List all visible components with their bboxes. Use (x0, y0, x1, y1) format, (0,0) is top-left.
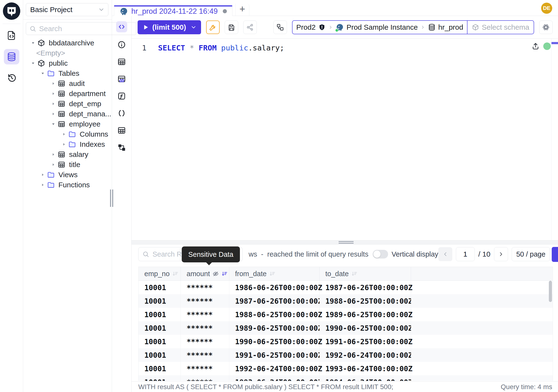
sql-editor[interactable]: 1 SELECT * FROM public.salary; (131, 39, 558, 240)
table-cell[interactable]: 1989-06-25T00:00:00Z (320, 308, 411, 321)
table-cell[interactable]: 1993-06-24T00:00:00Z (320, 362, 411, 375)
connection-panel-button[interactable] (273, 20, 287, 34)
tree-item-views[interactable]: Views (23, 170, 112, 180)
column-header-to-date[interactable]: to_date (320, 267, 411, 281)
code-panel-button[interactable] (116, 21, 127, 32)
column-header-amount[interactable]: amount (181, 267, 229, 281)
tree-item-employee[interactable]: employee (23, 119, 112, 129)
functions-panel-button[interactable] (117, 91, 126, 101)
tree-item-salary[interactable]: salary (23, 149, 112, 160)
table-cell[interactable]: 10001 (139, 281, 181, 294)
table-cell[interactable]: 10001 (139, 335, 181, 348)
table-cell[interactable]: ****** (181, 294, 229, 308)
external-tables-panel-button[interactable] (117, 125, 126, 135)
table-cell[interactable]: 1991-06-25T00:00:00Z (229, 348, 320, 362)
info-panel-button[interactable] (117, 40, 126, 50)
caret-right-icon[interactable] (39, 183, 47, 187)
table-cell[interactable]: ****** (181, 281, 229, 294)
worksheet-nav-button[interactable] (4, 28, 19, 43)
tree-item-title[interactable]: title (23, 160, 112, 170)
caret-right-icon[interactable] (49, 112, 57, 116)
ai-assistant-button[interactable] (539, 20, 553, 34)
sort-icon[interactable] (269, 270, 276, 277)
vertical-display-toggle[interactable] (373, 250, 388, 259)
save-sheet-button[interactable] (225, 20, 238, 34)
tree-item-bbdataarchive[interactable]: bbdataarchive (23, 38, 112, 48)
caret-right-icon[interactable] (49, 102, 57, 106)
results-action-button[interactable] (552, 247, 558, 262)
table-cell[interactable]: 1990-06-25T00:00:00Z (320, 321, 411, 335)
new-tab-button[interactable]: + (235, 4, 249, 16)
next-page-button[interactable] (494, 247, 508, 261)
tree-item-functions[interactable]: Functions (23, 180, 112, 190)
table-cell[interactable]: ****** (181, 308, 229, 321)
table-cell[interactable]: 10001 (139, 294, 181, 308)
sensitive-tables-panel-button[interactable] (117, 74, 126, 84)
bytebase-logo-icon[interactable] (3, 2, 20, 20)
table-cell[interactable]: 1987-06-26T00:00:00Z (229, 294, 320, 308)
table-cell[interactable]: 1986-06-26T00:00:00Z (229, 281, 320, 294)
table-cell[interactable]: ****** (181, 335, 229, 348)
sort-icon[interactable] (221, 270, 228, 277)
caret-down-icon[interactable] (49, 122, 57, 126)
caret-right-icon[interactable] (39, 173, 47, 177)
caret-right-icon[interactable] (60, 142, 68, 147)
tree-item-department[interactable]: department (23, 89, 112, 99)
run-query-button[interactable]: (limit 500) (138, 20, 201, 34)
tab-hr-prod[interactable]: hr_prod 2024-11-22 16:49 (114, 5, 232, 16)
schema-diagram-button[interactable] (117, 143, 126, 152)
sidebar-resize-handle[interactable] (110, 190, 113, 207)
table-cell[interactable]: 1994-06-24T00:00:00Z (320, 375, 411, 381)
tree-item-dept-mana[interactable]: dept_mana... (23, 109, 112, 119)
table-cell[interactable]: 10001 (139, 308, 181, 321)
table-cell[interactable]: 10001 (139, 348, 181, 362)
upload-icon[interactable] (532, 42, 540, 50)
caret-right-icon[interactable] (49, 81, 57, 86)
table-cell[interactable]: ****** (181, 321, 229, 335)
table-scrollbar[interactable] (549, 281, 552, 302)
table-cell[interactable]: 1993-06-24T00:00:00Z (229, 375, 320, 381)
tree-item-columns[interactable]: Columns (23, 129, 112, 139)
caret-right-icon[interactable] (49, 152, 57, 157)
table-cell[interactable]: ****** (181, 362, 229, 375)
caret-down-icon[interactable] (39, 71, 47, 76)
previous-page-button[interactable] (438, 247, 452, 261)
table-cell[interactable]: 10001 (139, 362, 181, 375)
table-cell[interactable]: 10001 (139, 375, 181, 381)
caret-right-icon[interactable] (49, 162, 57, 167)
tree-item-tables[interactable]: Tables (23, 68, 112, 78)
admin-mode-button[interactable] (206, 20, 220, 34)
resize-handle-icon[interactable] (339, 241, 354, 244)
procedures-panel-button[interactable] (117, 108, 126, 118)
caret-down-icon[interactable] (29, 41, 37, 45)
select-schema-button[interactable]: Select schema (467, 21, 534, 34)
table-cell[interactable]: 1988-06-25T00:00:00Z (229, 308, 320, 321)
table-cell[interactable]: 1990-06-25T00:00:00Z (229, 335, 320, 348)
tables-panel-button[interactable] (117, 57, 126, 67)
project-selector[interactable]: Basic Project (26, 3, 108, 16)
panel-resize-divider[interactable] (131, 240, 558, 244)
table-cell[interactable]: 1987-06-26T00:00:00Z (320, 281, 411, 294)
tree-item-audit[interactable]: audit (23, 78, 112, 89)
caret-down-icon[interactable] (29, 61, 37, 65)
tree-item-empty[interactable]: <Empty> (23, 48, 112, 58)
page-number-input[interactable] (456, 247, 475, 261)
table-cell[interactable]: 1992-06-24T00:00:00Z (320, 348, 411, 362)
history-nav-button[interactable] (4, 70, 19, 86)
table-cell[interactable]: 1988-06-25T00:00:00Z (320, 294, 411, 308)
database-nav-button[interactable] (4, 49, 19, 64)
tree-item-public[interactable]: public (23, 58, 112, 68)
caret-right-icon[interactable] (60, 132, 68, 136)
tree-item-indexes[interactable]: Indexes (23, 139, 112, 149)
caret-right-icon[interactable] (49, 91, 57, 96)
sort-icon[interactable] (351, 270, 358, 277)
table-cell[interactable]: 1991-06-25T00:00:00Z (320, 335, 411, 348)
table-cell[interactable]: ****** (181, 375, 229, 381)
eye-off-icon[interactable] (212, 270, 219, 277)
table-cell[interactable]: ****** (181, 348, 229, 362)
table-cell[interactable]: 1989-06-25T00:00:00Z (229, 321, 320, 335)
sort-icon[interactable] (172, 270, 179, 277)
table-cell[interactable]: 10001 (139, 321, 181, 335)
connection-breadcrumb[interactable]: Prod2 Prod Sample Instance hr_prod Selec… (292, 20, 534, 34)
page-size-select[interactable]: 50 / page (512, 247, 550, 261)
